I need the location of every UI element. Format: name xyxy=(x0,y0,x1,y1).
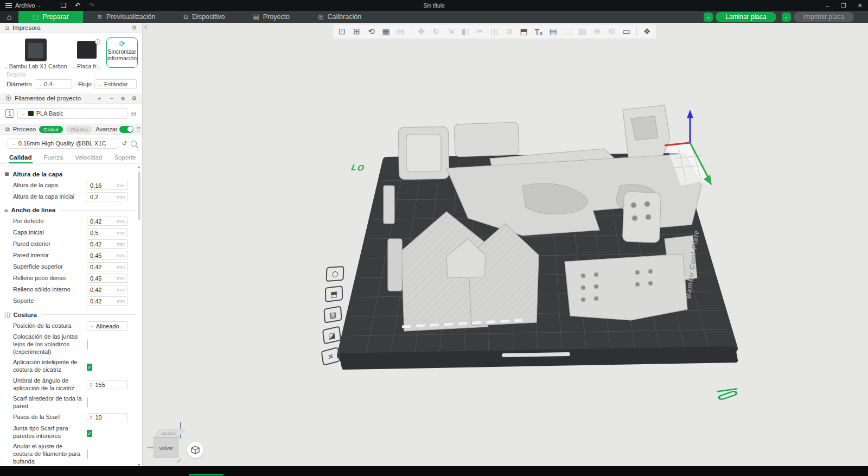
setting-input[interactable]: 0,42mm xyxy=(87,285,128,294)
ams-icon[interactable]: ⧈ xyxy=(121,95,125,102)
diameter-select[interactable]: ⌄0.4 xyxy=(35,79,72,89)
setting-input[interactable]: 0,42mm xyxy=(87,296,128,306)
filament-remove-circle-icon[interactable]: ⊖ xyxy=(131,110,137,118)
slice-dropdown-icon[interactable]: ⌄ xyxy=(704,12,713,22)
nav-cube-top-face[interactable]: Superior xyxy=(154,429,186,437)
calibration-icon: ◎ xyxy=(318,13,323,21)
printer-section-header: ⧈ Impresora ⚙ xyxy=(0,23,142,33)
plate-arrange-button[interactable]: ▤ xyxy=(323,306,342,323)
setting-input[interactable]: 0,45mm xyxy=(87,274,128,283)
plate-arrange-icon: ▤ xyxy=(329,309,336,319)
undo-icon[interactable]: ↶ xyxy=(71,2,85,9)
plate-lock-button[interactable]: ⬒ xyxy=(325,285,343,302)
settings-panel: ▲ ▼ ≣Altura de la capaAltura de la capa0… xyxy=(0,164,142,468)
taskbar-active-indicator xyxy=(189,474,224,475)
setting-label: Relleno sólido interno xyxy=(13,285,87,294)
setting-row: Altura de la capa inicial0,2mm xyxy=(0,191,142,202)
objects-list-icon[interactable]: ≣ xyxy=(136,126,141,133)
nav-cube-front-face[interactable]: Volver xyxy=(154,437,178,458)
setting-select[interactable]: ⌄Alineado xyxy=(87,321,128,331)
process-preset-select[interactable]: ⌄ 0.16mm High Quality @BBL X1C xyxy=(8,138,118,149)
3d-viewport[interactable]: ‹| ⊡⊞⟲▦▤✥↻⇲◧✂◫⧉⬒Tₐ▤⬚▨⊕⧀▭❖ xyxy=(143,23,868,466)
sync-info-button[interactable]: ⟳ Sincronizar información xyxy=(106,37,138,68)
redo-icon[interactable]: ↷ xyxy=(85,2,99,9)
search-icon[interactable] xyxy=(131,141,137,147)
setting-row: Posición de la costura⌄Alineado xyxy=(0,320,142,332)
main-tabbar: ⌂ ⬚Preparar≋Previsualización⧉Dispositivo… xyxy=(0,11,868,23)
setting-section-header: ≡Ancho de línea xyxy=(0,202,142,215)
setting-label: Capa inicial xyxy=(13,229,87,237)
setting-checkbox[interactable] xyxy=(87,397,88,408)
advanced-toggle[interactable] xyxy=(119,126,133,133)
tab-preparar[interactable]: ⬚Preparar xyxy=(18,11,83,23)
printer-settings-gear-icon[interactable]: ⚙ xyxy=(131,24,137,31)
process-tab-calidad[interactable]: Calidad xyxy=(3,151,38,163)
setting-spinner[interactable]: ▲▼155° xyxy=(87,380,128,389)
add-filament-icon[interactable]: ＋ xyxy=(96,94,102,103)
setting-input[interactable]: 0,2mm xyxy=(87,192,128,201)
scrollbar-thumb[interactable] xyxy=(138,172,141,220)
printer-selector[interactable]: ⌄Bambu Lab X1 Carbon xyxy=(4,37,67,69)
tab-calibración[interactable]: ◎Calibración xyxy=(304,11,375,23)
process-tab-velocidad[interactable]: Velocidad xyxy=(69,151,108,163)
setting-row: Pasos de la Scarf▲▼10 xyxy=(0,412,142,423)
plate-settings-button[interactable]: ⬡ xyxy=(326,266,344,282)
plate-type-selector[interactable]: i ⌄Placa fr... xyxy=(71,37,103,69)
printer-name[interactable]: Bambu Lab X1 Carbon xyxy=(9,63,67,69)
setting-input[interactable]: 0,42mm xyxy=(87,217,128,226)
preset-reset-icon[interactable]: ↺ xyxy=(122,140,127,147)
plate-info-icon[interactable]: i xyxy=(95,39,100,45)
setting-checkbox[interactable] xyxy=(87,449,88,459)
hamburger-menu-icon[interactable] xyxy=(5,3,12,8)
setting-input[interactable]: 0,5mm xyxy=(87,228,128,237)
close-button[interactable]: ✕ xyxy=(852,0,868,11)
process-tabs: CalidadFuerzaVelocidadSoporteOtros xyxy=(0,151,142,164)
setting-row: Soporte0,42mm xyxy=(0,295,142,307)
setting-section-header: ≣Altura de la capa xyxy=(0,166,142,180)
new-file-icon[interactable]: ❏ xyxy=(56,2,71,9)
remove-filament-icon[interactable]: － xyxy=(108,94,114,103)
scroll-up-icon[interactable]: ▲ xyxy=(136,165,142,169)
setting-row: Anular el ajuste de costura de filamento… xyxy=(0,441,142,467)
setting-spinner[interactable]: ▲▼10 xyxy=(87,413,128,422)
scope-global-pill[interactable]: Global xyxy=(39,126,62,133)
printer-thumbnail xyxy=(25,39,47,61)
file-menu[interactable]: Archivo xyxy=(15,2,35,9)
setting-input[interactable]: 0,45mm xyxy=(87,251,128,260)
flow-select[interactable]: ⌄Estándar xyxy=(94,79,137,89)
minimize-button[interactable]: – xyxy=(819,0,835,11)
plate-edit-pencil-icon[interactable] xyxy=(717,389,738,400)
settings-scrollbar[interactable]: ▲ ▼ xyxy=(136,165,142,467)
setting-checkbox[interactable] xyxy=(87,339,88,350)
print-plate-button[interactable]: Imprimir placa xyxy=(794,12,854,22)
setting-input[interactable]: 0,42mm xyxy=(87,262,128,271)
filament-select[interactable]: ⌄ PLA Basic xyxy=(17,108,127,119)
scope-objects-pill[interactable]: Objetos xyxy=(66,126,93,133)
process-tab-fuerza[interactable]: Fuerza xyxy=(38,151,69,163)
file-menu-chevron-icon[interactable]: ⌄ xyxy=(37,3,42,8)
isometric-view-button[interactable] xyxy=(187,442,203,458)
setting-label: Anular el ajuste de costura de filamento… xyxy=(13,442,87,466)
tab-previsualización[interactable]: ≋Previsualización xyxy=(83,11,169,23)
home-button[interactable]: ⌂ xyxy=(0,11,18,23)
nav-x-axis xyxy=(147,447,154,448)
build-plate-scene[interactable] xyxy=(143,23,868,466)
tab-dispositivo[interactable]: ⧉Dispositivo xyxy=(169,11,239,23)
plate-number-label: LO xyxy=(350,162,366,173)
tab-proyecto[interactable]: ▤Proyecto xyxy=(239,11,304,23)
setting-row: Scarf alrededor de toda la pared xyxy=(0,394,142,412)
setting-input[interactable]: 0,16mm xyxy=(87,181,128,190)
setting-checkbox[interactable]: ✓ xyxy=(87,364,92,371)
filament-settings-gear-icon[interactable]: ⚙ xyxy=(131,95,137,102)
titlebar: Archivo ⌄ ❏ ↶ ↷ Sin título – ❐ ✕ xyxy=(0,0,868,11)
slice-plate-button[interactable]: Laminar placa xyxy=(716,12,776,22)
plate-type-name[interactable]: Placa fr... xyxy=(77,63,101,69)
process-tab-soporte[interactable]: Soporte xyxy=(108,151,142,163)
setting-checkbox[interactable]: ✓ xyxy=(87,430,92,437)
setting-row: Umbral de ángulo de aplicación de la cic… xyxy=(0,376,142,394)
process-preset-value: 0.16mm High Quality @BBL X1C xyxy=(18,140,106,147)
setting-label: Aplicación inteligente de costura de cic… xyxy=(13,358,87,375)
setting-input[interactable]: 0,42mm xyxy=(87,239,128,249)
print-dropdown-icon[interactable]: ⌄ xyxy=(782,12,791,22)
maximize-button[interactable]: ❐ xyxy=(835,0,852,11)
